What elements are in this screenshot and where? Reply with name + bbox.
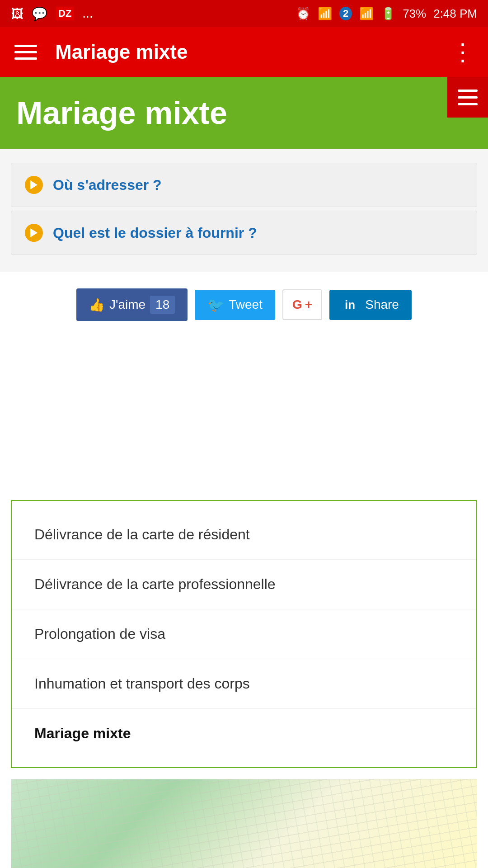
message-icon: 💬 xyxy=(32,6,47,21)
gplus-plus: + xyxy=(305,297,312,312)
blank-content-area xyxy=(0,337,488,500)
app-bar: Mariage mixte ⋮ xyxy=(0,27,488,77)
tweet-label: Tweet xyxy=(229,297,263,312)
gplus-icon: G xyxy=(292,297,302,312)
content-area: Où s'adresser ? Quel est le dossier à fo… xyxy=(0,149,488,272)
social-buttons-bar: 👍 J'aime 18 🐦 Tweet G+ in Share xyxy=(0,272,488,337)
page-header-title: Mariage mixte xyxy=(16,95,472,131)
bottom-image-overlay xyxy=(11,779,477,868)
battery-percent: 73% xyxy=(403,7,426,21)
sidebar-panel: Délivrance de la carte de résident Déliv… xyxy=(11,500,477,768)
google-plus-button[interactable]: G+ xyxy=(282,289,322,320)
status-bar-left: 🖼 💬 DZ ... xyxy=(11,6,93,21)
dz-icon: DZ xyxy=(56,7,74,20)
more-options-button[interactable]: ⋮ xyxy=(451,38,474,66)
time: 2:48 PM xyxy=(433,7,477,21)
twitter-tweet-button[interactable]: 🐦 Tweet xyxy=(195,290,275,320)
sidebar-item-carte-resident[interactable]: Délivrance de la carte de résident xyxy=(12,510,476,560)
accordion-item-ou-sadresser[interactable]: Où s'adresser ? xyxy=(11,163,477,207)
sidebar-item-carte-professionnelle[interactable]: Délivrance de la carte professionnelle xyxy=(12,560,476,609)
accordion-label-ou-sadresser: Où s'adresser ? xyxy=(53,177,162,193)
status-bar: 🖼 💬 DZ ... ⏰ 📶 2 📶 🔋 73% 2:48 PM xyxy=(0,0,488,27)
status-bar-right: ⏰ 📶 2 📶 🔋 73% 2:48 PM xyxy=(296,7,477,21)
jaime-label: J'aime xyxy=(109,297,145,312)
twitter-bird-icon: 🐦 xyxy=(207,297,224,313)
thumbs-up-icon: 👍 xyxy=(89,297,105,312)
jaime-count: 18 xyxy=(150,296,175,314)
accordion-item-quel-dossier[interactable]: Quel est le dossier à fournir ? xyxy=(11,211,477,255)
linkedin-icon: in xyxy=(342,297,358,313)
bottom-image-area xyxy=(11,779,477,868)
accordion-label-quel-dossier: Quel est le dossier à fournir ? xyxy=(53,225,257,241)
accordion-arrow-icon-2 xyxy=(25,224,43,242)
more-icon: ... xyxy=(82,6,93,21)
notification-badge: 2 xyxy=(339,7,352,20)
linkedin-label: Share xyxy=(365,297,399,312)
signal-icon: 📶 xyxy=(359,7,374,21)
menu-button[interactable] xyxy=(14,45,37,60)
page-header-banner: Mariage mixte xyxy=(0,77,488,149)
accordion-arrow-icon xyxy=(25,176,43,194)
battery-icon: 🔋 xyxy=(381,7,395,21)
facebook-like-button[interactable]: 👍 J'aime 18 xyxy=(76,288,188,321)
sidebar-item-inhumation[interactable]: Inhumation et transport des corps xyxy=(12,659,476,709)
header-menu-button[interactable] xyxy=(447,77,488,118)
wifi-icon: 📶 xyxy=(318,7,332,21)
app-bar-title: Mariage mixte xyxy=(55,41,451,63)
sidebar-item-prolongation-visa[interactable]: Prolongation de visa xyxy=(12,609,476,659)
sidebar-item-mariage-mixte[interactable]: Mariage mixte xyxy=(12,709,476,758)
alarm-icon: ⏰ xyxy=(296,7,310,21)
linkedin-share-button[interactable]: in Share xyxy=(329,290,412,320)
photo-icon: 🖼 xyxy=(11,6,23,21)
